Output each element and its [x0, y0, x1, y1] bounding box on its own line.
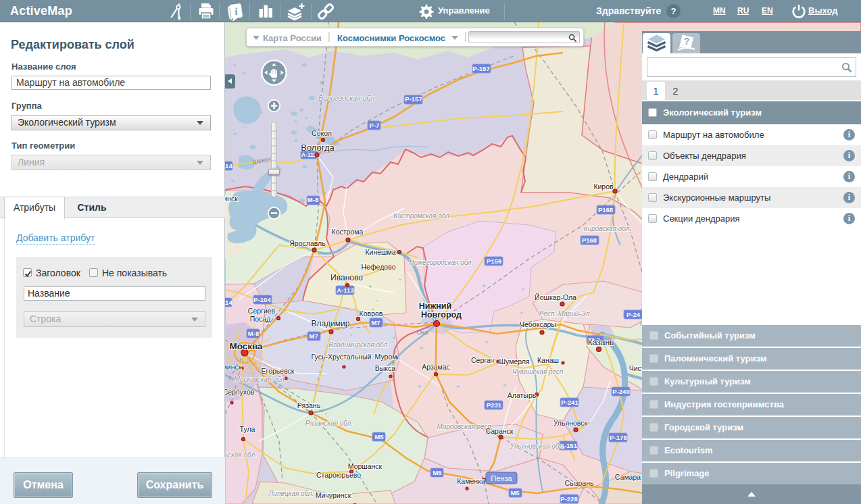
- svg-text:Нефедово: Нефедово: [362, 263, 396, 271]
- svg-text:Р168: Р168: [598, 206, 613, 213]
- svg-text:Мордовская респ.: Мордовская респ.: [437, 423, 493, 430]
- svg-text:минск: минск: [225, 363, 242, 371]
- svg-text:Ока: Ока: [417, 329, 428, 336]
- svg-text:Моршанск: Моршанск: [348, 462, 383, 470]
- svg-text:Пенза: Пенза: [491, 474, 512, 482]
- svg-text:Сокол: Сокол: [312, 129, 332, 137]
- svg-text:Сергач: Сергач: [471, 356, 494, 364]
- svg-text:Староюрьево: Староюрьево: [316, 471, 361, 479]
- svg-text:Йошкар-Ола: Йошкар-Ола: [535, 293, 576, 301]
- svg-text:Канаш: Канаш: [537, 356, 559, 364]
- svg-text:Саранск: Саранск: [486, 427, 514, 435]
- svg-text:Кострома: Кострома: [332, 228, 364, 236]
- svg-text:Иваново: Иваново: [330, 273, 363, 282]
- svg-text:Ярославль: Ярославль: [289, 239, 326, 247]
- svg-text:Липецкая обл.: Липецкая обл.: [268, 490, 314, 497]
- svg-text:Казань: Казань: [588, 338, 614, 347]
- svg-text:М5: М5: [510, 489, 520, 497]
- svg-text:Р-228: Р-228: [560, 495, 577, 503]
- svg-text:Муром: Муром: [375, 353, 397, 361]
- svg-text:Самара: Самара: [615, 473, 641, 481]
- svg-text:Арзамас: Арзамас: [422, 363, 450, 371]
- svg-text:Тула: Тула: [240, 425, 255, 433]
- svg-text:Р-157: Р-157: [472, 65, 489, 72]
- svg-text:Р-178: Р-178: [610, 434, 626, 441]
- svg-text:Рязань: Рязань: [297, 401, 321, 409]
- svg-text:инск: инск: [225, 195, 238, 203]
- svg-text:Вологда: Вологда: [301, 143, 335, 153]
- svg-text:Сергиев: Сергиев: [248, 307, 276, 315]
- svg-text:Сызрань: Сызрань: [565, 479, 594, 487]
- svg-text:Ульяновская обл.: Ульяновская обл.: [509, 443, 564, 450]
- svg-text:Р-7: Р-7: [370, 122, 380, 129]
- svg-text:А-114: А-114: [225, 162, 232, 170]
- svg-text:М5: М5: [374, 433, 384, 440]
- svg-text:А-113: А-113: [337, 286, 353, 294]
- svg-text:М-8: М-8: [248, 330, 259, 337]
- svg-text:М7: М7: [309, 332, 318, 340]
- svg-text:Р168: Р168: [582, 236, 597, 244]
- svg-text:Выкса: Выкса: [375, 364, 396, 372]
- svg-text:Респ. Марий-Эл: Респ. Марий-Эл: [539, 310, 590, 318]
- svg-text:Нижний: Нижний: [419, 301, 452, 311]
- svg-text:М5: М5: [433, 469, 442, 476]
- svg-text:Алатырь: Алатырь: [508, 391, 537, 399]
- svg-text:Ульяновск: Ульяновск: [554, 419, 588, 427]
- svg-text:?: ?: [684, 36, 690, 47]
- svg-text:Р-240: Р-240: [612, 388, 629, 395]
- svg-text:Чебоксары: Чебоксары: [520, 320, 556, 328]
- svg-text:льская обл.: льская обл.: [225, 451, 257, 459]
- svg-text:Владимир: Владимир: [311, 319, 349, 328]
- svg-text:Р-241: Р-241: [561, 399, 579, 406]
- svg-text:Костромская обл.: Костромская обл.: [393, 212, 451, 220]
- svg-text:Рязанская обл.: Рязанская обл.: [305, 420, 353, 427]
- svg-text:Посад: Посад: [250, 315, 271, 323]
- svg-text:Шумерля: Шумерля: [499, 357, 529, 366]
- svg-text:Москва: Москва: [229, 341, 263, 351]
- svg-text:Нижегородская обл.: Нижегородская обл.: [409, 259, 473, 266]
- svg-text:М7: М7: [371, 319, 380, 326]
- svg-text:М-8: М-8: [308, 196, 318, 203]
- svg-text:Киров: Киров: [593, 182, 614, 191]
- svg-text:Новгород: Новгород: [421, 310, 462, 320]
- svg-text:А-114: А-114: [225, 299, 232, 306]
- svg-text:Вологодская обл.: Вологодская обл.: [318, 94, 376, 102]
- svg-text:Московская обл.: Московская обл.: [235, 376, 287, 383]
- svg-text:Чувашская респ.: Чувашская респ.: [512, 368, 565, 376]
- svg-text:Егорьевск: Егорьевск: [262, 367, 295, 375]
- svg-text:Серпухов: Серпухов: [225, 388, 255, 396]
- svg-text:Кинешма: Кинешма: [365, 248, 395, 256]
- svg-text:Кировская обл.: Кировская обл.: [584, 225, 631, 232]
- svg-text:Р231: Р231: [487, 401, 502, 409]
- svg-text:Р-157: Р-157: [405, 95, 422, 103]
- svg-text:Р-104: Р-104: [253, 296, 271, 303]
- svg-text:Мичуринск: Мичуринск: [316, 491, 351, 499]
- svg-text:Гусь-Хрустальный: Гусь-Хрустальный: [312, 353, 372, 361]
- svg-text:Р159: Р159: [487, 257, 501, 265]
- svg-text:Каменка: Каменка: [457, 477, 485, 485]
- svg-text:Владимирская обл.: Владимирская обл.: [328, 341, 389, 349]
- svg-text:Р-24: Р-24: [626, 311, 641, 318]
- svg-text:Ковров: Ковров: [360, 309, 383, 318]
